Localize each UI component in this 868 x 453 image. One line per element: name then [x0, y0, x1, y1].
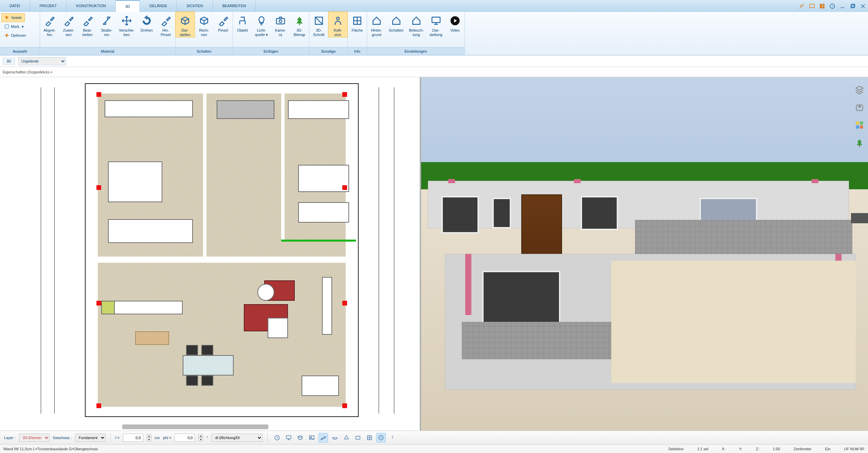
ribbon-material-6[interactable]: Hin. Pinsel: [156, 12, 175, 37]
layer-select[interactable]: 2D-Elemen: [19, 434, 50, 442]
plane2-icon[interactable]: [330, 433, 340, 442]
clock-icon[interactable]: [272, 433, 282, 442]
tree-icon[interactable]: [854, 137, 865, 149]
close-icon[interactable]: [858, 0, 868, 12]
floorplan-2d-view[interactable]: [0, 77, 421, 431]
svg-rect-23: [860, 125, 863, 128]
layout-icon[interactable]: [817, 0, 827, 12]
side-tab[interactable]: [851, 213, 868, 223]
ribbon-einstellungen-0[interactable]: Hinter- grund: [367, 12, 386, 37]
ribbon-material-5[interactable]: Drehen: [137, 12, 156, 33]
menu-tab-datei[interactable]: DATEI: [0, 0, 30, 12]
plane1-icon[interactable]: [319, 433, 328, 442]
bathroom-fixtures: [288, 100, 349, 119]
tools-icon[interactable]: [797, 0, 807, 12]
ribbon-material-0[interactable]: Abgrei- fen: [40, 12, 59, 37]
restore-icon[interactable]: [848, 0, 858, 12]
ribbon-einstellungen-1[interactable]: Schatten: [386, 12, 406, 33]
menu-tab-gelaende[interactable]: GELÄNDE: [140, 0, 177, 12]
ribbon-einfuegen-1-icon: [255, 14, 268, 28]
ribbon-schatten-1[interactable]: Rech- nen: [195, 12, 214, 37]
svg-rect-32: [392, 436, 393, 437]
sofa: [298, 202, 349, 223]
view-mode-tag[interactable]: 3D: [3, 58, 15, 65]
group-title-einfuegen: Einfügen: [233, 47, 309, 55]
ribbon-einfuegen-0[interactable]: Objekt: [233, 12, 252, 33]
north-icon[interactable]: N: [376, 433, 386, 442]
ribbon-material-1[interactable]: Zuwei- sen: [59, 12, 78, 37]
ribbon-einfuegen-2[interactable]: Kame- ra: [271, 12, 290, 37]
ribbon-einstellungen-3[interactable]: Dar- stellung: [427, 12, 446, 37]
grid-icon[interactable]: [365, 433, 374, 442]
ribbon-schatten-2[interactable]: Pinsel: [214, 12, 233, 33]
info-icon[interactable]: [388, 433, 397, 442]
marker: [342, 403, 347, 408]
marker3d: [574, 179, 581, 183]
ribbon-einfuegen-3-label: 3D- Bitmap: [294, 28, 305, 37]
ribbon-schatten-0[interactable]: Dar- stellen: [176, 12, 195, 37]
l-input[interactable]: [123, 434, 143, 442]
l-down[interactable]: ▼: [147, 438, 151, 441]
monitor-icon[interactable]: [284, 433, 293, 442]
dl-select[interactable]: dl (Richtung/Di: [212, 434, 263, 442]
sky: [421, 77, 868, 162]
terrace-floor: [611, 261, 856, 383]
svg-rect-20: [856, 122, 859, 125]
phi-up[interactable]: ▲: [198, 434, 203, 438]
ribbon-einstellungen-4[interactable]: Video: [446, 12, 465, 33]
horizontal-scrollbar[interactable]: [122, 424, 268, 429]
l-up[interactable]: ▲: [147, 434, 151, 438]
ribbon-sonstige-1[interactable]: Kolli- sion: [328, 12, 347, 37]
geschoss-label: Geschoss :: [53, 436, 72, 440]
geschoss-select[interactable]: Fundament: [75, 434, 106, 442]
ribbon-material-4-label: Verschie- ben: [119, 28, 134, 37]
marker3d: [448, 179, 455, 183]
optionen-button[interactable]: Optionen: [1, 31, 29, 40]
ribbon-einfuegen-3[interactable]: 3D- Bitmap: [290, 12, 309, 37]
ribbon-material-4[interactable]: Verschie- ben: [116, 12, 137, 37]
menu-tab-konstruktion[interactable]: KONSTRUKTION: [67, 0, 115, 12]
marker3d: [812, 179, 818, 183]
menu-tab-3d[interactable]: 3D: [116, 0, 140, 12]
svg-rect-11: [5, 25, 9, 29]
selekt-button[interactable]: Selekt: [1, 13, 25, 22]
plus-icon: [4, 33, 10, 38]
properties-hint[interactable]: Eigenschaften (Doppelklick)->: [3, 70, 52, 74]
plane3-icon[interactable]: [342, 433, 351, 442]
menu-tab-bearbeiten[interactable]: BEARBEITEN: [213, 0, 256, 12]
palette-icon[interactable]: [854, 119, 865, 131]
phi-down[interactable]: ▼: [198, 438, 203, 441]
ribbon-einfuegen-1[interactable]: Licht- quelle ▾: [252, 12, 271, 37]
ribbon-material-2[interactable]: Bear- beiten: [78, 12, 97, 37]
terrain-select[interactable]: Urgelände: [18, 57, 66, 65]
phi-input[interactable]: [175, 434, 195, 442]
layers-icon[interactable]: [854, 84, 865, 95]
round-table: [257, 284, 274, 301]
ribbon-schatten-1-icon: [197, 14, 211, 28]
ribbon-sonstige-0[interactable]: 3D- Schnitt: [309, 12, 328, 37]
menu-tab-projekt[interactable]: PROJEKT: [30, 0, 67, 12]
ribbon-material-3[interactable]: Skalie- ren: [97, 12, 116, 37]
texture-icon[interactable]: [854, 102, 865, 113]
svg-rect-7: [851, 5, 854, 8]
group-title-sonstige: Sonstige: [309, 47, 347, 55]
svg-rect-21: [860, 122, 863, 125]
plane4-icon[interactable]: [353, 433, 363, 442]
layers-window-icon[interactable]: [807, 0, 817, 12]
ribbon-einfuegen-2-label: Kame- ra: [275, 28, 286, 37]
desk: [302, 376, 339, 396]
cubes-icon[interactable]: [295, 433, 305, 442]
ribbon-einstellungen-2[interactable]: Beleuch- tung: [406, 12, 426, 37]
chair: [186, 376, 198, 386]
chair: [186, 345, 198, 355]
svg-rect-3: [822, 6, 825, 8]
help-icon[interactable]: ?: [827, 0, 837, 12]
status-left: Wand IW 11,5cm L=Trockenbauwände G=Oberg…: [3, 447, 98, 451]
svg-text:N: N: [380, 436, 382, 439]
model-3d-view[interactable]: [421, 77, 868, 431]
picture-icon[interactable]: [307, 433, 317, 442]
menu-tab-sichten[interactable]: SICHTEN: [177, 0, 213, 12]
mark-button[interactable]: Mark.▾: [1, 22, 26, 31]
minimize-icon[interactable]: [837, 0, 848, 12]
ribbon-info-0[interactable]: Fläche: [348, 12, 367, 33]
